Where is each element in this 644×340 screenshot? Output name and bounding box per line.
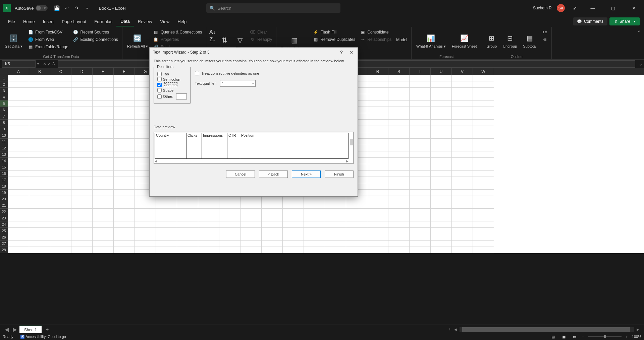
cell[interactable]	[346, 209, 367, 215]
cell[interactable]	[50, 81, 71, 88]
cell[interactable]	[452, 151, 473, 158]
row-header[interactable]: 27	[0, 241, 8, 247]
cell[interactable]	[156, 196, 177, 202]
cell[interactable]	[8, 228, 29, 234]
cell[interactable]	[71, 202, 93, 209]
cell[interactable]	[325, 215, 346, 221]
existing-connections-button[interactable]: 🔗Existing Connections	[72, 36, 119, 43]
cell[interactable]	[29, 126, 50, 132]
cell[interactable]	[473, 88, 494, 94]
cell[interactable]	[219, 202, 240, 209]
cell[interactable]	[8, 126, 29, 132]
cell[interactable]	[262, 221, 283, 228]
cell[interactable]	[156, 241, 177, 247]
cell[interactable]	[346, 196, 367, 202]
cell[interactable]	[29, 94, 50, 100]
sheet-tab[interactable]: Sheet1	[19, 326, 42, 334]
cell[interactable]	[50, 221, 71, 228]
delimiter-other-checkbox[interactable]: Other:	[157, 93, 187, 99]
cell[interactable]	[283, 234, 304, 241]
cell[interactable]	[219, 228, 240, 234]
cell[interactable]	[473, 132, 494, 139]
cell[interactable]	[452, 107, 473, 113]
cell[interactable]	[29, 234, 50, 241]
from-web-button[interactable]: 🌐From Web	[26, 36, 70, 43]
cell[interactable]	[156, 202, 177, 209]
fx-icon[interactable]: fx	[52, 62, 55, 66]
dialog-close-icon[interactable]: ✕	[349, 50, 354, 55]
cell[interactable]	[177, 234, 198, 241]
cell[interactable]	[71, 107, 93, 113]
cell[interactable]	[410, 177, 431, 183]
cell[interactable]	[50, 177, 71, 183]
cell[interactable]	[240, 234, 262, 241]
next-button[interactable]: Next >	[292, 171, 321, 178]
cell[interactable]	[346, 234, 367, 241]
cell[interactable]	[473, 209, 494, 215]
cell[interactable]	[50, 107, 71, 113]
column-header[interactable]: V	[452, 68, 473, 75]
flash-fill-button[interactable]: ⚡Flash Fill	[312, 29, 357, 36]
cell[interactable]	[262, 209, 283, 215]
cell[interactable]	[410, 209, 431, 215]
zoom-out-icon[interactable]: −	[582, 335, 584, 339]
cell[interactable]	[262, 215, 283, 221]
cell[interactable]	[71, 100, 93, 107]
cell[interactable]	[431, 183, 452, 190]
ungroup-button[interactable]: ⊟ Ungroup	[501, 28, 519, 54]
tab-help[interactable]: Help	[173, 17, 191, 26]
cell[interactable]	[283, 209, 304, 215]
cell[interactable]	[177, 241, 198, 247]
cell[interactable]	[473, 145, 494, 151]
cell[interactable]	[367, 120, 388, 126]
row-header[interactable]: 7	[0, 113, 8, 120]
cell[interactable]	[29, 107, 50, 113]
cell[interactable]	[93, 158, 114, 164]
cell[interactable]	[29, 120, 50, 126]
cell[interactable]	[388, 100, 410, 107]
cell[interactable]	[93, 107, 114, 113]
row-header[interactable]: 18	[0, 183, 8, 190]
cell[interactable]	[114, 190, 135, 196]
row-header[interactable]: 1	[0, 75, 8, 81]
cell[interactable]	[29, 145, 50, 151]
cell[interactable]	[304, 202, 325, 209]
cell[interactable]	[29, 196, 50, 202]
cell[interactable]	[114, 241, 135, 247]
cell[interactable]	[114, 209, 135, 215]
cell[interactable]	[50, 126, 71, 132]
cell[interactable]	[93, 126, 114, 132]
cell[interactable]	[367, 215, 388, 221]
cell[interactable]	[367, 100, 388, 107]
cell[interactable]	[93, 209, 114, 215]
ribbon-display-icon[interactable]: ⤢	[571, 4, 579, 12]
cell[interactable]	[325, 196, 346, 202]
get-data-button[interactable]: 🗄️ Get Data ▾	[3, 28, 24, 54]
cell[interactable]	[473, 183, 494, 190]
delimiter-space-checkbox[interactable]: Space	[157, 88, 187, 92]
cell[interactable]	[431, 107, 452, 113]
cell[interactable]	[8, 234, 29, 241]
cell[interactable]	[283, 221, 304, 228]
cell[interactable]	[71, 94, 93, 100]
cell[interactable]	[114, 132, 135, 139]
cell[interactable]	[198, 202, 219, 209]
cell[interactable]	[93, 88, 114, 94]
cell[interactable]	[8, 151, 29, 158]
cell[interactable]	[473, 215, 494, 221]
cell[interactable]	[71, 247, 93, 253]
cell[interactable]	[431, 88, 452, 94]
cell[interactable]	[29, 81, 50, 88]
cell[interactable]	[114, 81, 135, 88]
cell[interactable]	[346, 247, 367, 253]
cell[interactable]	[388, 241, 410, 247]
cell[interactable]	[452, 241, 473, 247]
cell[interactable]	[452, 247, 473, 253]
cell[interactable]	[71, 171, 93, 177]
cell[interactable]	[8, 132, 29, 139]
cell[interactable]	[388, 209, 410, 215]
collapse-ribbon-icon[interactable]: ⌃	[634, 27, 644, 59]
cell[interactable]	[410, 241, 431, 247]
cell[interactable]	[473, 75, 494, 81]
cell[interactable]	[93, 132, 114, 139]
